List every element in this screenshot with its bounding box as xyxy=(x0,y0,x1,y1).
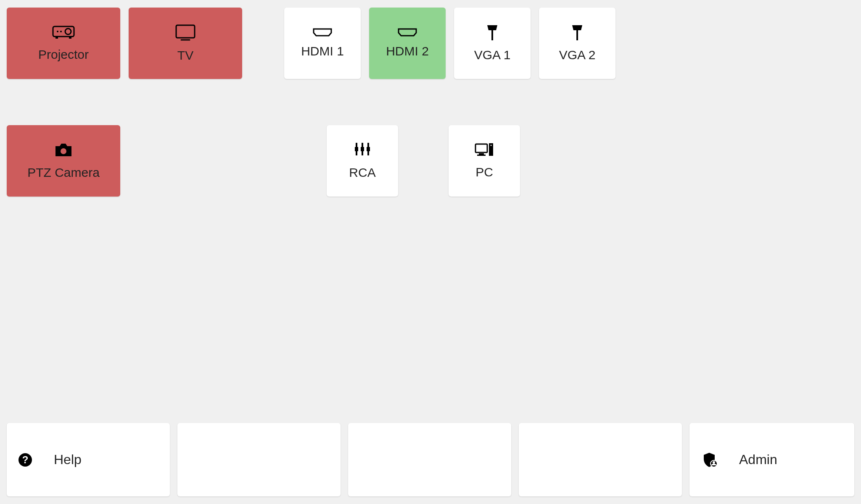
svg-rect-22 xyxy=(477,155,486,156)
camera-icon xyxy=(54,142,73,158)
ptz-camera-label: PTZ Camera xyxy=(27,165,100,180)
help-button[interactable]: ? Help xyxy=(7,423,170,496)
svg-rect-11 xyxy=(356,143,357,147)
tv-label: TV xyxy=(177,48,193,63)
vga2-tile[interactable]: VGA 2 xyxy=(539,8,615,79)
rca-tile[interactable]: RCA xyxy=(327,125,398,197)
rca-icon xyxy=(354,142,371,158)
svg-point-3 xyxy=(60,31,62,32)
hdmi2-label: HDMI 2 xyxy=(386,44,429,58)
svg-rect-16 xyxy=(362,151,363,155)
vga2-label: VGA 2 xyxy=(559,48,596,62)
hdmi1-label: HDMI 1 xyxy=(301,44,344,58)
svg-text:?: ? xyxy=(22,454,29,465)
admin-label: Admin xyxy=(739,452,777,467)
svg-rect-15 xyxy=(361,147,364,151)
tv-tile[interactable]: TV xyxy=(129,8,242,79)
svg-rect-4 xyxy=(55,37,58,39)
pc-icon xyxy=(475,142,494,158)
projector-icon xyxy=(52,25,75,40)
svg-point-10 xyxy=(61,148,66,154)
svg-rect-9 xyxy=(576,30,578,40)
tv-icon xyxy=(175,24,196,41)
svg-rect-19 xyxy=(367,151,369,155)
svg-rect-21 xyxy=(479,153,484,155)
svg-rect-13 xyxy=(356,151,357,155)
hdmi-icon xyxy=(313,28,332,37)
vga-icon xyxy=(486,24,499,40)
ptz-camera-tile[interactable]: PTZ Camera xyxy=(7,125,120,197)
svg-point-28 xyxy=(713,461,715,464)
svg-rect-20 xyxy=(475,144,487,152)
help-icon: ? xyxy=(18,452,33,467)
hdmi2-tile[interactable]: HDMI 2 xyxy=(369,8,446,79)
admin-icon xyxy=(702,452,718,468)
bottom-empty-1 xyxy=(177,423,341,496)
projector-label: Projector xyxy=(38,47,89,62)
vga-icon xyxy=(571,24,584,40)
svg-rect-14 xyxy=(362,143,363,147)
pc-tile[interactable]: PC xyxy=(449,125,520,197)
projector-tile[interactable]: Projector xyxy=(7,8,120,79)
svg-point-2 xyxy=(57,31,58,32)
bottom-bar: ? Help Admin xyxy=(7,423,854,496)
svg-rect-18 xyxy=(367,147,370,151)
svg-rect-5 xyxy=(69,37,71,39)
rca-label: RCA xyxy=(349,165,375,180)
bottom-empty-3 xyxy=(519,423,682,496)
svg-point-1 xyxy=(65,29,71,34)
svg-rect-8 xyxy=(491,30,493,40)
hdmi1-tile[interactable]: HDMI 1 xyxy=(284,8,361,79)
help-label: Help xyxy=(54,452,82,467)
svg-point-24 xyxy=(491,145,492,146)
svg-rect-12 xyxy=(355,147,358,151)
vga1-label: VGA 1 xyxy=(474,48,511,62)
vga1-tile[interactable]: VGA 1 xyxy=(454,8,531,79)
bottom-empty-2 xyxy=(348,423,511,496)
pc-label: PC xyxy=(475,165,493,179)
svg-rect-6 xyxy=(176,25,195,38)
hdmi-icon xyxy=(398,28,417,37)
svg-rect-17 xyxy=(367,143,369,147)
admin-button[interactable]: Admin xyxy=(689,423,854,496)
